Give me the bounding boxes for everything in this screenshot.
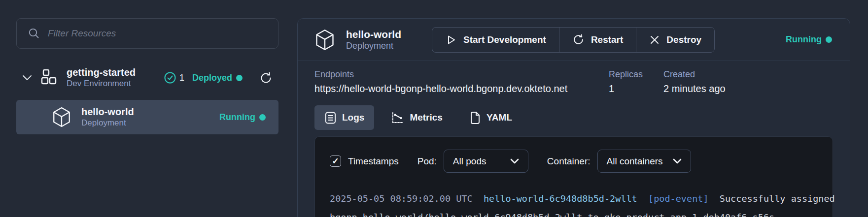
logs-icon bbox=[324, 111, 337, 124]
tab-metrics[interactable]: Metrics bbox=[381, 105, 452, 130]
resource-type: Deployment bbox=[81, 119, 134, 128]
tab-logs[interactable]: Logs bbox=[314, 105, 374, 130]
endpoints-label: Endpoints bbox=[314, 69, 588, 80]
replicas-value: 1 bbox=[609, 83, 643, 94]
sidebar-item-getting-started[interactable]: getting-started Dev Environment 1 Deploy… bbox=[16, 63, 278, 92]
environment-type: Dev Environment bbox=[67, 79, 136, 89]
log-line: bgonp-hello-world/hello-world-6c948d8b5d… bbox=[330, 208, 818, 217]
status-dot bbox=[236, 75, 243, 81]
chevron-down-icon bbox=[510, 158, 519, 164]
checkmark-icon: ✓ bbox=[332, 157, 339, 165]
chevron-down-icon bbox=[673, 158, 682, 164]
resource-name: hello-world bbox=[81, 106, 134, 117]
check-circle-icon bbox=[164, 71, 176, 84]
cube-icon bbox=[52, 107, 71, 127]
log-output[interactable]: 2025-05-05 08:59:02.00 UTC hello-world-6… bbox=[330, 189, 818, 217]
close-icon bbox=[649, 34, 660, 45]
replicas-label: Replicas bbox=[609, 69, 643, 80]
resource-status-badge: Running bbox=[219, 112, 266, 123]
page-title: hello-world bbox=[346, 29, 401, 40]
resource-count-badge: 1 bbox=[164, 71, 184, 84]
status-dot bbox=[826, 36, 832, 43]
logs-panel: ✓ Timestamps Pod: All pods Container: Al… bbox=[314, 136, 833, 217]
status-dot bbox=[259, 114, 266, 121]
created-label: Created bbox=[663, 69, 726, 80]
detail-tabs: Logs Metrics YAML bbox=[298, 94, 850, 130]
search-icon bbox=[28, 27, 40, 40]
chevron-down-icon[interactable] bbox=[22, 75, 32, 81]
cube-icon bbox=[314, 29, 335, 51]
pod-select[interactable]: All pods bbox=[444, 150, 528, 173]
environment-status-badge: Deployed bbox=[192, 73, 243, 83]
container-label: Container: bbox=[547, 156, 590, 167]
deployment-detail-card: hello-world Deployment Start Development bbox=[297, 18, 850, 217]
refresh-icon bbox=[572, 33, 585, 46]
created-value: 2 minutes ago bbox=[663, 83, 726, 94]
tab-yaml[interactable]: YAML bbox=[459, 105, 522, 130]
deployment-status-badge: Running bbox=[786, 34, 832, 45]
resource-count: 1 bbox=[179, 73, 184, 83]
timestamps-label: Timestamps bbox=[348, 156, 399, 167]
destroy-button[interactable]: Destroy bbox=[636, 28, 714, 52]
deployment-info-row: Endpoints https://hello-world-bgonp-hell… bbox=[298, 61, 850, 94]
restart-button[interactable]: Restart bbox=[559, 28, 636, 52]
dev-environment-icon bbox=[40, 68, 59, 87]
logs-toolbar: ✓ Timestamps Pod: All pods Container: Al… bbox=[330, 150, 818, 173]
endpoint-url[interactable]: https://hello-world-bgonp-hello-world.bg… bbox=[314, 83, 588, 94]
pod-label: Pod: bbox=[417, 156, 437, 167]
log-event-tag: [pod-event] bbox=[648, 193, 709, 204]
action-button-group: Start Development Restart Destroy bbox=[432, 27, 715, 53]
log-pod-name: hello-world-6c948d8b5d-2wllt bbox=[484, 193, 637, 204]
environment-name: getting-started bbox=[67, 67, 136, 78]
resources-sidebar: getting-started Dev Environment 1 Deploy… bbox=[16, 18, 278, 134]
sidebar-item-hello-world[interactable]: hello-world Deployment Running bbox=[16, 100, 278, 134]
log-message-continuation: bgonp-hello-world/hello-world-6c948d8b5d… bbox=[330, 212, 774, 217]
log-message: Successfully assigned bbox=[720, 193, 835, 204]
metrics-icon bbox=[391, 111, 404, 124]
yaml-icon bbox=[469, 111, 481, 124]
play-icon bbox=[445, 34, 457, 46]
start-development-button[interactable]: Start Development bbox=[432, 28, 559, 52]
detail-header: hello-world Deployment Start Development bbox=[298, 19, 850, 61]
filter-resources-input[interactable] bbox=[48, 28, 267, 39]
environment-refresh-icon[interactable] bbox=[259, 71, 273, 85]
log-timestamp: 2025-05-05 08:59:02.00 UTC bbox=[330, 193, 473, 204]
page-subtitle: Deployment bbox=[346, 41, 401, 51]
filter-resources-box[interactable] bbox=[16, 18, 278, 49]
container-select[interactable]: All containers bbox=[597, 150, 691, 173]
log-line: 2025-05-05 08:59:02.00 UTC hello-world-6… bbox=[330, 189, 818, 208]
timestamps-checkbox[interactable]: ✓ bbox=[330, 155, 341, 167]
